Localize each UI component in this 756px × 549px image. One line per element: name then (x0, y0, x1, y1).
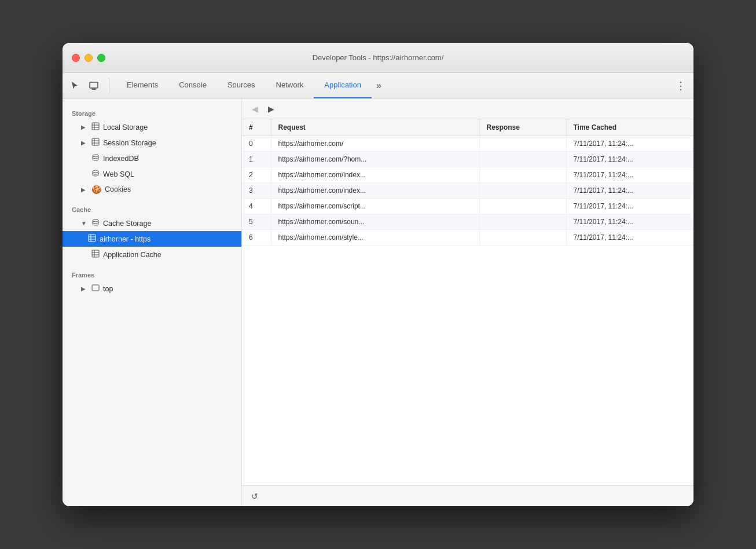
svg-rect-0 (90, 82, 98, 88)
cell-request: https://airhorner.com/ (271, 136, 479, 152)
expand-arrow-top: ▶ (81, 286, 88, 292)
cache-storage-label: Cache Storage (103, 219, 237, 228)
main-panel: ◀ ▶ # Request Response Time Cached 0 (242, 98, 693, 506)
table-header-row: # Request Response Time Cached (242, 119, 693, 136)
airhorner-cache-label: airhorner - https (100, 235, 237, 243)
main-content: Storage ▶ Local Storage ▶ (63, 98, 693, 506)
cell-request: https://airhorner.com/index... (271, 183, 479, 199)
toolbar-icons (67, 78, 109, 94)
tab-application[interactable]: Application (314, 73, 372, 98)
svg-rect-14 (89, 235, 96, 241)
svg-point-13 (93, 219, 98, 222)
sidebar-item-indexeddb[interactable]: ▶ IndexedDB (63, 151, 241, 166)
cell-time: 7/11/2017, 11:24:... (566, 152, 693, 167)
web-sql-label: Web SQL (103, 170, 237, 178)
cell-response (479, 199, 566, 214)
cell-response (479, 167, 566, 183)
cache-table-container: # Request Response Time Cached 0 https:/… (242, 119, 693, 485)
cache-table: # Request Response Time Cached 0 https:/… (242, 119, 693, 246)
tab-sources[interactable]: Sources (217, 73, 266, 98)
table-row[interactable]: 5 https://airhorner.com/soun... 7/11/201… (242, 214, 693, 230)
tab-console[interactable]: Console (168, 73, 217, 98)
sidebar-item-cookies[interactable]: ▶ 🍪 Cookies (63, 182, 241, 197)
local-storage-icon (91, 122, 100, 132)
col-header-request: Request (271, 119, 479, 136)
cell-time: 7/11/2017, 11:24:... (566, 230, 693, 246)
col-header-num: # (242, 119, 271, 136)
svg-point-11 (93, 155, 98, 157)
sidebar-item-web-sql[interactable]: ▶ Web SQL (63, 166, 241, 182)
tab-network[interactable]: Network (266, 73, 314, 98)
storage-section-title: Storage (63, 105, 241, 119)
table-row[interactable]: 0 https://airhorner.com/ 7/11/2017, 11:2… (242, 136, 693, 152)
cell-time: 7/11/2017, 11:24:... (566, 136, 693, 152)
minimize-button[interactable] (85, 54, 93, 62)
app-cache-icon (91, 250, 100, 259)
sidebar-item-cache-storage[interactable]: ▼ Cache Storage (63, 215, 241, 231)
cell-num: 1 (242, 152, 271, 167)
frames-section-title: Frames (63, 267, 241, 281)
cookies-label: Cookies (105, 185, 237, 193)
tab-elements[interactable]: Elements (116, 73, 168, 98)
table-row[interactable]: 1 https://airhorner.com/?hom... 7/11/201… (242, 152, 693, 167)
traffic-lights (72, 54, 105, 62)
web-sql-icon (91, 169, 100, 179)
toolbar: Elements Console Sources Network Applica… (63, 73, 693, 98)
col-header-time: Time Cached (566, 119, 693, 136)
svg-rect-3 (92, 123, 99, 130)
cell-num: 5 (242, 214, 271, 230)
sidebar-item-top[interactable]: ▶ top (63, 281, 241, 297)
svg-rect-18 (92, 250, 99, 257)
cursor-icon[interactable] (67, 78, 83, 94)
expand-arrow-local-storage: ▶ (81, 124, 88, 130)
maximize-button[interactable] (97, 54, 105, 62)
sidebar-item-session-storage[interactable]: ▶ Session Storage (63, 135, 241, 151)
window-title: Developer Tools - https://airhorner.com/ (313, 53, 444, 62)
expand-arrow-cache-storage: ▼ (81, 220, 88, 226)
session-storage-icon (91, 138, 100, 148)
cell-time: 7/11/2017, 11:24:... (566, 167, 693, 183)
frame-top-label: top (103, 285, 237, 293)
table-row[interactable]: 3 https://airhorner.com/index... 7/11/20… (242, 183, 693, 199)
session-storage-label: Session Storage (103, 139, 237, 147)
panel-toolbar: ◀ ▶ (242, 98, 693, 119)
device-icon[interactable] (86, 78, 102, 94)
sidebar-item-airhorner[interactable]: airhorner - https (63, 231, 241, 247)
cell-response (479, 183, 566, 199)
sidebar-item-local-storage[interactable]: ▶ Local Storage (63, 119, 241, 135)
panel-footer: ↺ (242, 485, 693, 506)
table-row[interactable]: 4 https://airhorner.com/script... 7/11/2… (242, 199, 693, 214)
cell-request: https://airhorner.com/?hom... (271, 152, 479, 167)
kebab-menu-button[interactable]: ⋮ (673, 78, 689, 94)
table-row[interactable]: 2 https://airhorner.com/index... 7/11/20… (242, 167, 693, 183)
col-header-response: Response (479, 119, 566, 136)
cell-response (479, 214, 566, 230)
nav-back-button[interactable]: ◀ (248, 102, 262, 116)
cookies-icon: 🍪 (91, 185, 101, 194)
refresh-button[interactable]: ↺ (248, 489, 262, 503)
nav-forward-button[interactable]: ▶ (264, 102, 278, 116)
cell-request: https://airhorner.com/script... (271, 199, 479, 214)
devtools-window: Developer Tools - https://airhorner.com/… (63, 43, 693, 506)
cache-table-body: 0 https://airhorner.com/ 7/11/2017, 11:2… (242, 136, 693, 246)
cell-num: 4 (242, 199, 271, 214)
cell-response (479, 136, 566, 152)
cell-num: 2 (242, 167, 271, 183)
close-button[interactable] (72, 54, 80, 62)
expand-arrow-session-storage: ▶ (81, 140, 88, 146)
sidebar-item-app-cache[interactable]: ▶ Application Cache (63, 247, 241, 262)
toolbar-end: ⋮ (673, 78, 689, 94)
cell-request: https://airhorner.com/style... (271, 230, 479, 246)
cell-num: 0 (242, 136, 271, 152)
tabs: Elements Console Sources Network Applica… (116, 73, 673, 98)
cell-request: https://airhorner.com/soun... (271, 214, 479, 230)
more-tabs-icon[interactable]: » (372, 80, 386, 91)
cell-time: 7/11/2017, 11:24:... (566, 199, 693, 214)
app-cache-label: Application Cache (103, 251, 237, 259)
titlebar: Developer Tools - https://airhorner.com/ (63, 43, 693, 73)
frame-top-icon (91, 284, 100, 294)
table-row[interactable]: 6 https://airhorner.com/style... 7/11/20… (242, 230, 693, 246)
svg-rect-22 (92, 285, 99, 291)
cache-storage-icon (91, 218, 100, 228)
cell-time: 7/11/2017, 11:24:... (566, 183, 693, 199)
